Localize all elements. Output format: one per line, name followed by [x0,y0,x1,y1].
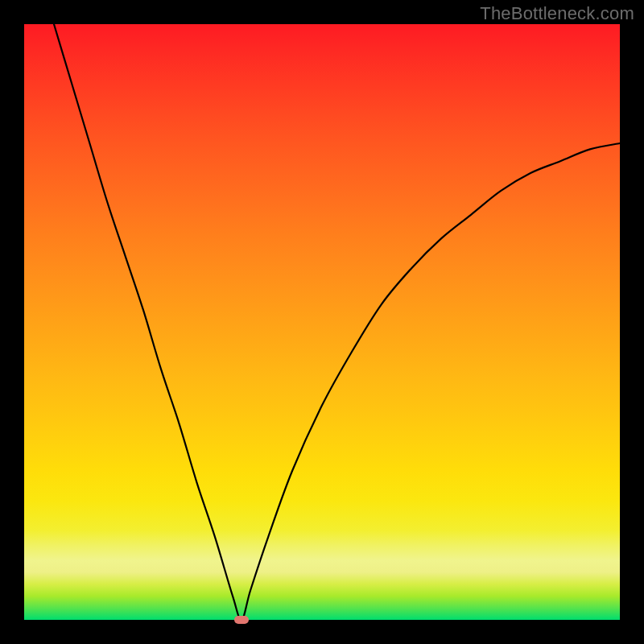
chart-frame: TheBottleneck.com [0,0,644,644]
minimum-marker [234,616,249,624]
chart-svg [0,0,644,644]
bottleneck-curve [54,24,620,620]
watermark-text: TheBottleneck.com [480,3,634,24]
